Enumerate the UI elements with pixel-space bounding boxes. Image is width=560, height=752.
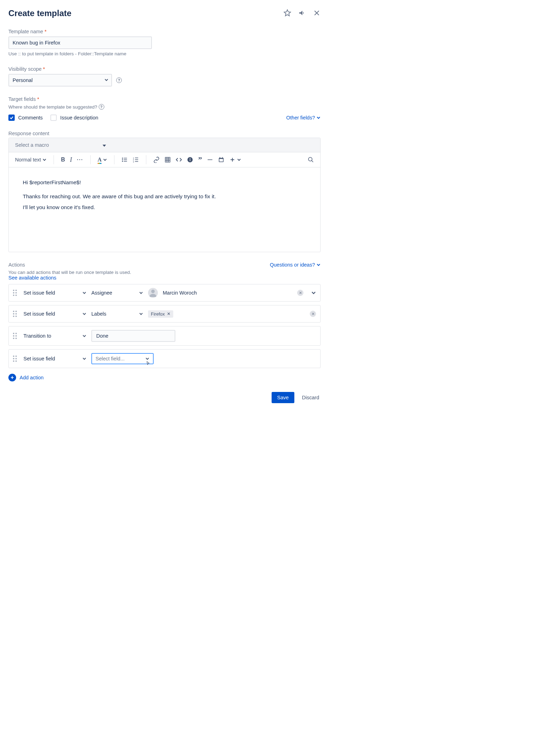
help-icon[interactable]: ? <box>116 77 122 83</box>
visibility-scope-label: Visibility scope <box>8 66 42 72</box>
cursor-icon <box>145 361 151 366</box>
svg-rect-5 <box>124 161 127 162</box>
actions-hint: You can add actions that will be run onc… <box>8 270 131 275</box>
svg-point-27 <box>151 290 155 293</box>
divider-button[interactable] <box>207 157 213 163</box>
chevron-down-icon <box>316 116 321 120</box>
bullet-list-button[interactable] <box>121 157 128 163</box>
issue-description-checkbox[interactable]: Issue description <box>50 115 98 121</box>
macro-select[interactable]: Select a macro <box>15 142 106 148</box>
svg-rect-12 <box>166 157 170 162</box>
action-row: Set issue field Assignee Marcin Woroch ✕ <box>8 284 321 302</box>
chevron-down-icon <box>103 158 107 162</box>
bold-button[interactable]: B <box>61 157 65 163</box>
info-panel-button[interactable] <box>187 157 193 163</box>
visibility-scope-select[interactable] <box>8 74 112 87</box>
insert-button[interactable] <box>229 157 241 163</box>
editor-line: I'll let you know once it's fixed. <box>23 203 306 212</box>
action-row: Set issue field Select field... <box>8 349 321 368</box>
target-fields-label: Target fields <box>8 96 36 102</box>
action-row: Transition to <box>8 326 321 346</box>
visibility-scope-field: Visibility scope* ? <box>8 66 321 87</box>
dialog-footer: Save Discard <box>8 392 321 403</box>
more-formatting-button[interactable]: ··· <box>77 157 83 163</box>
avatar <box>148 288 158 298</box>
numbered-list-button[interactable]: 123 <box>133 157 139 163</box>
svg-rect-24 <box>222 157 223 158</box>
action-type-select[interactable]: Set issue field <box>23 288 86 298</box>
response-content-label: Response content <box>8 131 321 136</box>
drag-handle-icon[interactable] <box>13 311 19 317</box>
chevron-down-icon[interactable] <box>311 290 316 295</box>
chevron-down-icon <box>237 158 241 162</box>
close-icon[interactable] <box>313 9 321 18</box>
action-field-select[interactable]: Assignee <box>91 288 143 298</box>
editor-line: Thanks for reaching out. We are aware of… <box>23 192 306 201</box>
svg-rect-18 <box>190 159 191 161</box>
svg-rect-1 <box>124 158 127 159</box>
chevron-down-icon <box>316 263 321 267</box>
save-button[interactable]: Save <box>272 392 294 403</box>
page-title: Create template <box>8 8 71 18</box>
target-fields-section: Target fields* Where should the template… <box>8 96 321 121</box>
link-button[interactable] <box>153 157 160 163</box>
caret-down-icon <box>103 142 106 148</box>
editor-line: Hi $reporterFirstName$! <box>23 178 306 187</box>
italic-button[interactable]: I <box>70 156 72 164</box>
drag-handle-icon[interactable] <box>13 333 19 339</box>
actions-label: Actions <box>8 262 131 268</box>
code-button[interactable] <box>176 157 182 163</box>
svg-point-4 <box>122 161 123 162</box>
template-name-field: Template name* Use :: to put template in… <box>8 29 321 56</box>
svg-rect-3 <box>124 159 127 160</box>
drag-handle-icon[interactable] <box>13 290 19 296</box>
action-type-select[interactable]: Transition to <box>23 331 86 341</box>
questions-link[interactable]: Questions or ideas? <box>270 262 321 268</box>
checkbox-box <box>50 115 57 121</box>
help-icon[interactable]: ? <box>99 104 104 110</box>
action-type-select[interactable]: Set issue field <box>23 354 86 364</box>
comments-checkbox[interactable]: Comments <box>8 115 43 121</box>
date-button[interactable] <box>218 157 224 163</box>
megaphone-icon[interactable] <box>298 9 306 18</box>
star-icon[interactable] <box>284 9 291 18</box>
transition-status-input[interactable] <box>91 330 175 342</box>
svg-point-25 <box>308 157 312 161</box>
svg-rect-11 <box>135 161 138 162</box>
label-tag[interactable]: Firefox ✕ <box>148 310 173 318</box>
check-icon <box>8 115 15 121</box>
svg-rect-7 <box>135 158 138 158</box>
svg-point-19 <box>190 158 190 159</box>
select-field-dropdown[interactable]: Select field... <box>91 353 154 364</box>
chevron-down-icon <box>42 158 47 162</box>
action-field-select[interactable]: Labels <box>91 309 143 319</box>
other-fields-link[interactable]: Other fields? <box>286 115 321 120</box>
add-action-button[interactable]: + Add action <box>8 374 321 381</box>
comments-label: Comments <box>18 115 43 120</box>
clear-icon[interactable]: ✕ <box>310 311 316 317</box>
template-name-input[interactable] <box>8 36 152 49</box>
action-type-select[interactable]: Set issue field <box>23 309 86 319</box>
action-row: Set issue field Labels Firefox ✕ ✕ <box>8 305 321 323</box>
discard-button[interactable]: Discard <box>301 392 321 403</box>
plus-circle-icon: + <box>8 374 16 381</box>
svg-text:3: 3 <box>133 161 134 163</box>
target-fields-hint: Where should the template be suggested? <box>8 104 97 110</box>
add-action-label: Add action <box>20 375 44 380</box>
clear-icon[interactable]: ✕ <box>297 290 303 296</box>
text-color-button[interactable]: A <box>98 157 107 163</box>
table-button[interactable] <box>164 157 171 163</box>
macro-placeholder: Select a macro <box>15 142 49 148</box>
see-available-actions-link[interactable]: See available actions <box>8 275 56 281</box>
text-style-select[interactable]: Normal text <box>15 157 47 163</box>
editor-body[interactable]: Hi $reporterFirstName$! Thanks for reach… <box>9 167 320 252</box>
remove-tag-icon[interactable]: ✕ <box>167 311 170 316</box>
quote-button[interactable]: ” <box>198 155 202 164</box>
svg-point-2 <box>122 159 123 160</box>
svg-point-0 <box>122 158 123 159</box>
svg-rect-9 <box>135 159 138 160</box>
svg-line-26 <box>312 160 313 162</box>
svg-rect-23 <box>220 157 220 158</box>
search-button[interactable] <box>308 157 314 163</box>
drag-handle-icon[interactable] <box>13 356 19 362</box>
